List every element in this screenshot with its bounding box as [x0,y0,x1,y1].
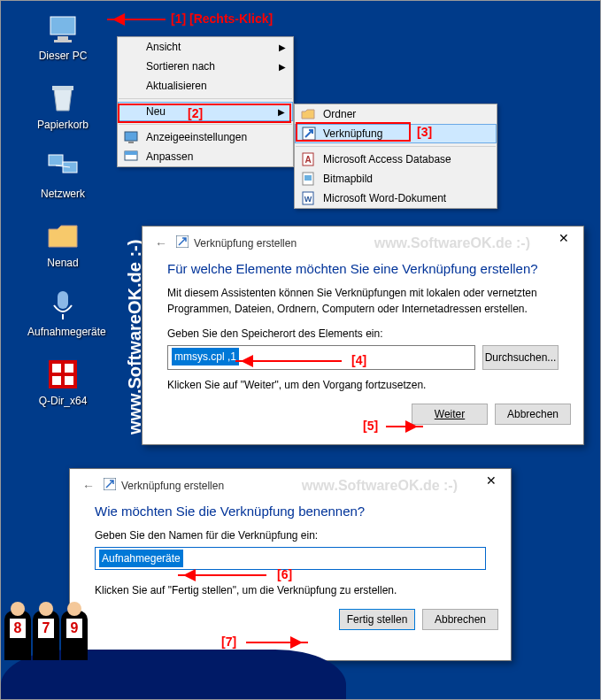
highlight-box-2 [118,104,291,123]
context-menu-neu: Ordner Verknüpfung A Microsoft Access Da… [294,104,497,209]
desktop-icon-qdir[interactable]: Q-Dir_x64 [27,357,98,407]
svg-rect-2 [54,40,72,42]
desktop-label: Papierkorb [27,119,98,131]
svg-rect-13 [65,376,73,385]
svg-rect-17 [125,151,137,155]
annotation-4: [4] [351,353,366,367]
shortcut-badge-icon [104,478,116,493]
dialog-title: Wie möchten Sie die Verknüpfung benennen… [70,496,511,527]
annotation-6: [6] [277,567,292,581]
chevron-right-icon: ▶ [279,42,286,52]
menu-item-bitmap[interactable]: Bitmapbild [295,169,497,188]
finish-button[interactable]: Fertig stellen [339,609,415,630]
microphone-icon [45,288,81,323]
judge-figure: 9 [61,611,88,660]
svg-text:A: A [304,155,311,165]
svg-rect-15 [128,142,134,143]
highlight-box-3 [296,122,411,142]
dialog-title: Für welche Elemente möchten Sie eine Ver… [143,254,583,285]
context-menu-desktop: Ansicht▶ Sortieren nach▶ Aktualisieren N… [117,36,294,167]
desktop-label: Q-Dir_x64 [27,395,98,407]
annotation-1: [1] [Rechts-Klick] [171,12,273,26]
svg-rect-12 [52,376,61,385]
back-icon[interactable]: ← [155,236,167,250]
svg-rect-10 [52,364,61,373]
dialog-description: Mit diesem Assistenten können Sie Verknü… [167,285,559,317]
desktop-icon-pc[interactable]: Dieser PC [27,12,98,62]
dialog-create-shortcut-2: ✕ ← Verknüpfung erstellen www.SoftwareOK… [69,468,512,661]
menu-item-sortieren[interactable]: Sortieren nach▶ [118,57,293,76]
dialog-header-text: Verknüpfung erstellen [121,480,224,492]
score-card: 8 [9,618,27,639]
menu-item-aktualisieren[interactable]: Aktualisieren [118,76,293,96]
svg-rect-7 [58,291,68,309]
svg-text:W: W [304,195,312,204]
annotation-5: [5] [363,419,378,433]
computer-icon [45,12,81,47]
back-icon[interactable]: ← [82,479,95,493]
desktop-icon-recycle[interactable]: Papierkorb [27,81,98,131]
network-icon [45,150,81,185]
qdir-icon [45,357,81,392]
folder-icon [300,106,316,122]
location-input[interactable]: mmsys.cpl ,1 [167,345,475,370]
menu-separator [119,98,292,99]
menu-item-ansicht[interactable]: Ansicht▶ [118,37,293,57]
personalize-icon [123,149,139,165]
menu-item-anzeige[interactable]: Anzeigeeinstellungen [118,127,293,147]
desktop-icon-user[interactable]: Nenad [27,219,98,269]
desktop-label: Aufnahmegeräte [27,326,98,338]
input-label: Geben Sie den Speicherort des Elements e… [167,326,559,342]
dialog-create-shortcut-1: ✕ ← Verknüpfung erstellen www.SoftwareOK… [142,226,584,445]
dialog-hint: Klicken Sie auf "Fertig stellen", um die… [95,582,486,598]
arrow-7 [246,642,308,643]
dialog-header-text: Verknüpfung erstellen [194,237,297,250]
menu-item-anpassen[interactable]: Anpassen [118,147,293,166]
score-card: 9 [65,618,83,639]
judge-figure: 7 [33,611,59,660]
folder-icon [45,219,81,254]
annotation-2: [2] [188,106,203,120]
annotation-7: [7] [221,635,236,649]
annotation-3: [3] [417,125,432,139]
svg-rect-1 [58,36,68,40]
svg-rect-3 [52,86,73,90]
menu-separator [296,146,496,147]
svg-rect-14 [125,132,137,141]
menu-item-ordner[interactable]: Ordner [295,104,497,124]
bitmap-icon [300,171,316,187]
access-icon: A [300,151,316,167]
watermark-text: www.SoftwareOK.de :-) [302,478,458,494]
recycle-icon [45,81,81,116]
arrow-4 [235,360,342,362]
word-icon: W [300,190,316,206]
menu-item-word[interactable]: W Microsoft Word-Dokument [295,188,497,208]
judges-panel: 8 7 9 [4,611,88,660]
shortcut-badge-icon [176,235,189,250]
svg-rect-0 [50,17,75,35]
chevron-right-icon: ▶ [279,62,286,72]
input-label: Geben Sie den Namen für die Verknüpfung … [95,527,486,543]
svg-rect-11 [65,364,73,373]
desktop-icon-aufnahme[interactable]: Aufnahmegeräte [27,288,98,338]
menu-item-access[interactable]: A Microsoft Access Database [295,150,497,169]
arrow-5 [386,426,423,427]
arrow-6 [178,574,266,576]
dialog-hint: Klicken Sie auf "Weiter", um den Vorgang… [167,377,559,393]
desktop-label: Dieser PC [27,50,98,62]
watermark-text: www.SoftwareOK.de :-) [374,235,530,251]
desktop-label: Netzwerk [27,188,98,200]
menu-separator [119,124,292,125]
browse-button[interactable]: Durchsuchen... [482,345,559,370]
close-button[interactable]: ✕ [544,227,583,251]
close-button[interactable]: ✕ [472,469,511,494]
svg-rect-22 [304,175,312,181]
desktop-label: Nenad [27,257,98,269]
cancel-button[interactable]: Abbrechen [422,609,498,630]
desktop-icon-network[interactable]: Netzwerk [27,150,98,200]
judge-figure: 8 [4,611,31,660]
cancel-button[interactable]: Abbrechen [495,404,571,425]
display-settings-icon [123,129,139,145]
score-card: 7 [37,618,55,639]
arrow-1 [107,19,166,20]
